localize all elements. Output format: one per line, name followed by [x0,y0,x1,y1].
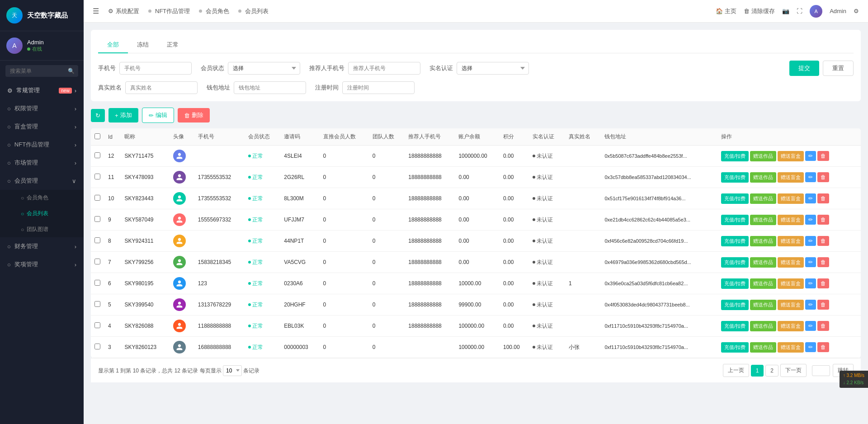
topnav-item-member-list[interactable]: 会员列表 [238,7,269,15]
edit-row-button[interactable]: ✏ [805,321,816,331]
gift-work-button[interactable]: 赠送作品 [750,236,776,246]
row-checkbox[interactable] [94,216,100,222]
gift-blind-button[interactable]: 赠送盲盒 [778,257,804,268]
real-name-auth-select[interactable]: 选择 已认证 未认证 [457,62,529,75]
gift-blind-button[interactable]: 赠送盲盒 [778,215,804,225]
charge-button[interactable]: 充值/扣费 [721,342,749,353]
topnav-item-member-role[interactable]: 会员角色 [199,7,229,15]
gift-work-button[interactable]: 赠送作品 [750,321,776,331]
sidebar-item-regular-mgmt[interactable]: ⚙ 常规管理 new › [0,81,84,99]
gift-work-button[interactable]: 赠送作品 [750,215,776,225]
delete-row-button[interactable]: 🗑 [817,215,829,225]
topnav-item-nft[interactable]: NFT作品管理 [148,7,190,15]
edit-row-button[interactable]: ✏ [805,257,816,267]
delete-row-button[interactable]: 🗑 [817,342,829,352]
charge-button[interactable]: 充值/扣费 [721,193,749,204]
row-checkbox[interactable] [94,259,100,264]
gift-blind-button[interactable]: 赠送盲盒 [778,172,804,183]
delete-row-button[interactable]: 🗑 [817,278,829,288]
tab-normal[interactable]: 正常 [158,37,188,53]
row-checkbox[interactable] [94,344,100,349]
page-1-button[interactable]: 1 [751,365,764,377]
gift-blind-button[interactable]: 赠送盲盒 [778,342,804,353]
sidebar-search-input[interactable] [5,65,78,77]
gift-blind-button[interactable]: 赠送盲盒 [778,321,804,331]
reset-button[interactable]: 重置 [823,61,854,76]
charge-button[interactable]: 充值/扣费 [721,278,749,289]
charge-button[interactable]: 充值/扣费 [721,151,749,161]
next-page-button[interactable]: 下一页 [780,364,807,377]
gift-work-button[interactable]: 赠送作品 [750,151,776,161]
delete-button[interactable]: 🗑 删除 [178,108,210,122]
sidebar-item-market[interactable]: ○ 市场管理 › [0,154,84,172]
charge-button[interactable]: 充值/扣费 [721,236,749,246]
member-status-select[interactable]: 选择 正常 冻结 [228,62,300,75]
gift-work-button[interactable]: 赠送作品 [750,278,776,289]
sidebar-item-finance[interactable]: ○ 财务管理 › [0,237,84,255]
charge-button[interactable]: 充值/扣费 [721,257,749,268]
edit-button[interactable]: ✏ 编辑 [142,108,174,123]
sidebar-sub-item-member-list[interactable]: ○ 会员列表 [14,206,84,221]
topnav-fullscreen-btn[interactable]: ⛶ [797,8,802,14]
edit-row-button[interactable]: ✏ [805,278,816,288]
submit-button[interactable]: 提交 [789,61,819,76]
phone-input[interactable] [119,62,192,75]
delete-row-button[interactable]: 🗑 [817,300,829,310]
gift-blind-button[interactable]: 赠送盲盒 [778,193,804,204]
sidebar-item-blind-box[interactable]: ○ 盲盒管理 › [0,118,84,136]
delete-row-button[interactable]: 🗑 [817,151,829,161]
edit-row-button[interactable]: ✏ [805,342,816,352]
topnav-screenshot-btn[interactable]: 📷 [782,8,789,14]
charge-button[interactable]: 充值/扣费 [721,172,749,183]
sidebar-sub-item-team-map[interactable]: ○ 团队图谱 [14,221,84,237]
topnav-item-system-config[interactable]: ⚙ 系统配置 [108,7,139,15]
topnav-clear-cache-btn[interactable]: 🗑 清除缓存 [744,7,775,15]
wallet-input[interactable] [234,81,306,94]
row-checkbox[interactable] [94,322,100,328]
gift-blind-button[interactable]: 赠送盲盒 [778,236,804,246]
real-name-input[interactable] [125,81,198,94]
delete-row-button[interactable]: 🗑 [817,172,829,182]
select-all-checkbox[interactable] [94,133,100,139]
gift-blind-button[interactable]: 赠送盲盒 [778,300,804,310]
prev-page-button[interactable]: 上一页 [723,364,749,377]
delete-row-button[interactable]: 🗑 [817,321,829,331]
per-page-select[interactable]: 10 20 50 [223,365,242,376]
gift-work-button[interactable]: 赠送作品 [750,342,776,353]
delete-row-button[interactable]: 🗑 [817,257,829,267]
edit-row-button[interactable]: ✏ [805,193,816,203]
row-checkbox[interactable] [94,152,100,158]
row-checkbox[interactable] [94,301,100,307]
tab-all[interactable]: 全部 [98,37,128,53]
delete-row-button[interactable]: 🗑 [817,236,829,246]
sidebar-sub-item-member-role[interactable]: ○ 会员角色 [14,190,84,206]
sidebar-item-permission-mgmt[interactable]: ○ 权限管理 › [0,99,84,118]
edit-row-button[interactable]: ✏ [805,172,816,182]
refresh-button[interactable]: ↻ [91,109,105,122]
delete-row-button[interactable]: 🗑 [817,193,829,203]
row-checkbox[interactable] [94,280,100,286]
add-button[interactable]: + 添加 [108,108,138,122]
tab-frozen[interactable]: 冻结 [128,37,158,53]
gift-work-button[interactable]: 赠送作品 [750,257,776,268]
row-checkbox[interactable] [94,174,100,179]
gift-blind-button[interactable]: 赠送盲盒 [778,278,804,289]
sidebar-item-award[interactable]: ○ 奖项管理 › [0,255,84,273]
referrer-phone-input[interactable] [348,62,420,75]
sidebar-item-nft-works[interactable]: ○ NFT作品管理 › [0,136,84,154]
page-jump-input[interactable] [812,365,830,376]
charge-button[interactable]: 充值/扣费 [721,300,749,310]
gift-blind-button[interactable]: 赠送盲盒 [778,151,804,161]
edit-row-button[interactable]: ✏ [805,151,816,161]
charge-button[interactable]: 充值/扣费 [721,215,749,225]
charge-button[interactable]: 充值/扣费 [721,321,749,331]
edit-row-button[interactable]: ✏ [805,236,816,246]
gift-work-button[interactable]: 赠送作品 [750,193,776,204]
edit-row-button[interactable]: ✏ [805,215,816,225]
row-checkbox[interactable] [94,237,100,243]
gift-work-button[interactable]: 赠送作品 [750,300,776,310]
topnav-home-btn[interactable]: 🏠 主页 [716,7,736,15]
edit-row-button[interactable]: ✏ [805,300,816,310]
menu-toggle-icon[interactable]: ☰ [93,7,99,15]
sidebar-item-member-mgmt[interactable]: ○ 会员管理 ∨ [0,172,84,190]
